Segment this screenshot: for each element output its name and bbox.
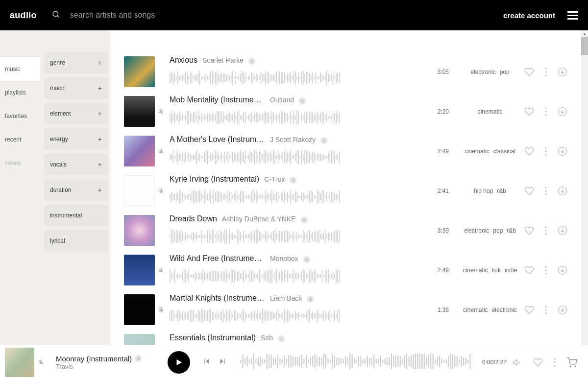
sidebar-item-favorites[interactable]: favorites (0, 104, 40, 128)
favorite-button[interactable] (524, 107, 534, 117)
menu-icon[interactable] (567, 11, 578, 20)
track-title[interactable]: Dreads Down (170, 214, 217, 223)
track-title[interactable]: A Mother's Love (Instrumen… (170, 135, 265, 144)
tag[interactable]: cinematic (463, 267, 488, 274)
similar-badge-icon[interactable]: s (290, 177, 296, 184)
create-account-link[interactable]: create account (503, 11, 555, 20)
download-button[interactable] (558, 107, 567, 117)
scrollbar[interactable]: ▲ (581, 30, 588, 345)
filter-vocals[interactable]: vocals+ (44, 154, 108, 175)
favorite-button[interactable] (524, 265, 534, 275)
favorite-button[interactable] (524, 146, 534, 156)
waveform[interactable] (170, 70, 341, 86)
favorite-button[interactable] (524, 226, 534, 236)
similar-badge-icon[interactable]: s (307, 296, 314, 303)
waveform[interactable] (170, 149, 341, 166)
album-art[interactable] (124, 294, 155, 325)
tag[interactable]: cinematic (465, 148, 490, 155)
more-button[interactable] (545, 226, 547, 235)
album-art[interactable] (124, 255, 155, 285)
album-art[interactable] (124, 175, 155, 206)
track-title[interactable]: Mob Mentality (Instrumental) (170, 95, 265, 104)
similar-badge-icon[interactable]: s (303, 256, 310, 263)
more-button[interactable] (545, 147, 547, 156)
play-button[interactable] (168, 351, 190, 374)
favorite-button[interactable] (524, 186, 534, 196)
player-track-artist[interactable]: Travis (56, 363, 159, 370)
more-button[interactable] (545, 266, 547, 275)
sidebar-item-playlists[interactable]: playlists (0, 81, 40, 104)
download-button[interactable] (558, 186, 567, 196)
tag[interactable]: cinematic (463, 307, 488, 313)
more-button[interactable] (545, 187, 547, 195)
track-title[interactable]: Martial Knights (Instrumental) (170, 294, 265, 303)
tag[interactable]: cinematic (478, 108, 503, 115)
track-title[interactable]: Wild And Free (Instrumental) (170, 254, 265, 263)
album-art[interactable] (124, 136, 155, 166)
album-art[interactable] (124, 96, 155, 127)
volume-icon[interactable] (513, 357, 522, 367)
similar-badge-icon[interactable]: s (301, 216, 308, 223)
filter-energy[interactable]: energy+ (44, 128, 108, 150)
sidebar-item-music[interactable]: music (0, 57, 40, 81)
search-icon[interactable] (51, 10, 60, 21)
cart-icon[interactable] (566, 357, 577, 368)
album-art[interactable] (124, 215, 155, 246)
waveform[interactable] (170, 308, 341, 324)
tag[interactable]: r&b (507, 227, 516, 234)
similar-badge-icon[interactable]: s (299, 97, 306, 104)
download-button[interactable] (558, 67, 567, 77)
tag[interactable]: pop (500, 69, 510, 75)
tag[interactable]: classical (493, 148, 515, 155)
similar-badge-icon[interactable]: s (278, 335, 285, 342)
favorite-button[interactable] (533, 357, 543, 367)
tag[interactable]: indie (505, 267, 517, 274)
tag[interactable]: electronic (470, 69, 495, 75)
tag[interactable]: electronic (464, 227, 489, 234)
more-button[interactable] (545, 107, 547, 116)
similar-badge-icon[interactable]: s (135, 355, 142, 362)
download-button[interactable] (558, 146, 567, 156)
filter-mood[interactable]: mood+ (44, 77, 108, 99)
filter-lyrical[interactable]: lyrical (44, 230, 108, 252)
tag[interactable]: hip hop (474, 188, 493, 194)
track-artist[interactable]: Liam Back (270, 294, 302, 302)
player-waveform[interactable] (240, 352, 472, 373)
waveform[interactable] (170, 268, 341, 284)
player-track-title[interactable]: Moonray (Instrumental) (56, 355, 132, 363)
player-album-art[interactable] (5, 348, 34, 377)
filter-duration[interactable]: duration+ (44, 179, 108, 201)
tag[interactable]: electronic (492, 307, 517, 313)
waveform[interactable] (170, 189, 341, 205)
more-button[interactable] (545, 306, 547, 314)
track-artist[interactable]: Monobox (270, 255, 298, 262)
tag[interactable]: pop (493, 227, 503, 234)
album-art[interactable] (124, 56, 155, 87)
more-button[interactable] (554, 358, 556, 367)
download-button[interactable] (558, 305, 567, 315)
more-button[interactable] (545, 68, 547, 76)
similar-badge-icon[interactable]: s (248, 58, 255, 65)
track-title[interactable]: Essentials (Instrumental) (170, 333, 256, 342)
prev-button[interactable] (199, 357, 215, 367)
scroll-up-icon[interactable]: ▲ (581, 30, 588, 37)
track-artist[interactable]: Outland (270, 96, 294, 104)
filter-element[interactable]: element+ (44, 103, 108, 124)
track-artist[interactable]: C-Trox (264, 175, 285, 183)
logo[interactable]: audiio (10, 10, 37, 21)
download-button[interactable] (558, 226, 567, 236)
tag[interactable]: r&b (497, 188, 506, 194)
album-art[interactable] (124, 334, 155, 345)
search-input[interactable] (70, 11, 197, 20)
tag[interactable]: folk (491, 267, 501, 274)
filter-genre[interactable]: genre+ (44, 52, 108, 73)
next-button[interactable] (215, 357, 230, 367)
track-artist[interactable]: Seb (261, 334, 273, 342)
favorite-button[interactable] (524, 305, 534, 315)
favorite-button[interactable] (524, 67, 534, 77)
track-artist[interactable]: Scarlet Parke (202, 56, 244, 64)
scroll-thumb[interactable] (581, 37, 588, 55)
similar-badge-icon[interactable]: s (320, 137, 327, 144)
sidebar-item-create[interactable]: create (0, 151, 40, 175)
waveform[interactable] (170, 109, 341, 126)
